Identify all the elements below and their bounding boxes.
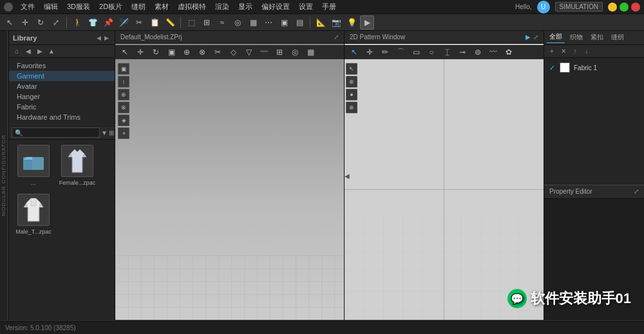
- 2d-vp-btn3[interactable]: ●: [346, 89, 357, 100]
- 2d-vp-btn4[interactable]: ⊗: [346, 102, 357, 113]
- arrange-tool[interactable]: ⬚: [184, 15, 198, 30]
- 2d-extra[interactable]: ✿: [502, 45, 516, 59]
- vp-view1[interactable]: ▣: [118, 63, 129, 75]
- obj-btn1[interactable]: +: [547, 46, 557, 57]
- obj-fabric-item[interactable]: ✓ Fabric 1: [547, 60, 641, 75]
- nav-favorites[interactable]: Favorites: [9, 60, 115, 71]
- menu-sewing[interactable]: 缝纫: [128, 1, 149, 12]
- nav-hardware[interactable]: Hardware and Trims: [9, 112, 115, 122]
- 2d-circle[interactable]: ○: [424, 45, 439, 59]
- physics-tool[interactable]: ⊞: [200, 15, 214, 30]
- menu-display[interactable]: 显示: [234, 1, 256, 12]
- 3d-pin[interactable]: ⊕: [180, 45, 194, 59]
- lib-up[interactable]: ▲: [46, 46, 57, 57]
- measure-tool[interactable]: 📐: [314, 15, 328, 30]
- render-btn[interactable]: ▶: [360, 15, 374, 30]
- 3d-seg[interactable]: ⊗: [195, 45, 209, 59]
- viewport-2d-icon[interactable]: ▶: [526, 33, 531, 41]
- 2d-elastic[interactable]: 〰: [486, 45, 500, 59]
- maximize-button[interactable]: [620, 3, 629, 12]
- viewport-2d-expand[interactable]: ⤢: [533, 33, 538, 41]
- minimize-button[interactable]: [608, 3, 617, 12]
- 2d-vp-btn2[interactable]: ⊕: [346, 76, 357, 88]
- 2d-stitch[interactable]: ⊸: [455, 45, 469, 59]
- 2d-rect[interactable]: ▭: [409, 45, 423, 59]
- obj-btn2[interactable]: ✕: [558, 46, 569, 57]
- tape-tool[interactable]: 📏: [163, 15, 177, 30]
- lib-home[interactable]: ⌂: [12, 46, 22, 57]
- nav-hanger[interactable]: Hanger: [9, 91, 115, 102]
- 3d-move[interactable]: ✛: [133, 45, 147, 59]
- trim-tool[interactable]: ▣: [277, 15, 291, 30]
- tab-fastener[interactable]: 紧扣: [588, 32, 606, 43]
- 2d-move[interactable]: ✛: [363, 45, 377, 59]
- user-avatar[interactable]: U: [537, 1, 550, 14]
- nav-garment[interactable]: Garment: [9, 71, 115, 81]
- menu-3d[interactable]: 3D服装: [63, 1, 94, 12]
- 3d-elastic[interactable]: 〰: [257, 45, 271, 59]
- gusset-tool[interactable]: ▤: [292, 15, 307, 30]
- move-tool[interactable]: ✛: [18, 15, 32, 30]
- menu-avatar[interactable]: 虚拟模特: [174, 1, 210, 12]
- tab-fabric[interactable]: 织物: [567, 32, 585, 43]
- needle-tool[interactable]: 🪡: [117, 15, 131, 30]
- 2d-sew[interactable]: ⊚: [471, 45, 485, 59]
- menu-edit[interactable]: 编辑: [40, 1, 62, 12]
- vp-view5[interactable]: ◈: [118, 115, 129, 126]
- light-tool[interactable]: 💡: [345, 15, 359, 30]
- 2d-draw[interactable]: ✏: [378, 45, 392, 59]
- 3d-extra1[interactable]: ⊞: [272, 45, 287, 59]
- 3d-cut[interactable]: ✂: [211, 45, 225, 59]
- vp-view4[interactable]: ⊗: [118, 102, 129, 113]
- list-item[interactable]: ...: [14, 145, 53, 186]
- property-editor-expand[interactable]: ⤢: [634, 188, 639, 195]
- menu-file[interactable]: 文件: [17, 1, 39, 12]
- lib-forward[interactable]: ▶: [35, 46, 45, 57]
- vp-view3[interactable]: ⊕: [118, 89, 129, 100]
- cut-tool[interactable]: ✂: [132, 15, 146, 30]
- vp-view6[interactable]: ⌖: [118, 127, 129, 139]
- elastic-tool[interactable]: ⋯: [261, 15, 276, 30]
- 3d-select[interactable]: ▣: [164, 45, 178, 59]
- search-icon[interactable]: ▼: [101, 127, 108, 138]
- avatar-tool[interactable]: 🚶: [70, 15, 84, 30]
- fold-tool[interactable]: 📋: [147, 15, 162, 30]
- panel-arrow-right[interactable]: ▶: [104, 35, 111, 41]
- button-tool[interactable]: ◎: [231, 15, 245, 30]
- select-tool[interactable]: ↖: [3, 15, 17, 30]
- menu-help[interactable]: 手册: [318, 1, 340, 12]
- 3d-shape[interactable]: ◇: [226, 45, 240, 59]
- menu-material[interactable]: 素材: [151, 1, 173, 12]
- list-item[interactable]: Male_T...zpac: [14, 194, 53, 235]
- library-search-input[interactable]: [12, 127, 100, 138]
- 2d-vp-btn1[interactable]: ↖: [346, 63, 357, 75]
- obj-color-swatch[interactable]: [560, 62, 570, 73]
- tab-all[interactable]: 全部: [547, 31, 565, 43]
- 2d-bezier[interactable]: ⌒: [393, 45, 408, 59]
- obj-btn4[interactable]: ↓: [582, 46, 592, 57]
- 3d-fold[interactable]: ▽: [242, 45, 256, 59]
- obj-btn3[interactable]: ↑: [570, 46, 580, 57]
- pin-tool[interactable]: 📌: [101, 15, 115, 30]
- zip-tool[interactable]: ▦: [246, 15, 260, 30]
- tab-sewing[interactable]: 缝纫: [609, 32, 627, 43]
- 3d-extra2[interactable]: ◎: [288, 45, 302, 59]
- camera-tool[interactable]: 📷: [329, 15, 343, 30]
- lib-back[interactable]: ◀: [23, 46, 33, 57]
- close-button[interactable]: [631, 3, 640, 12]
- wind-tool[interactable]: ≈: [215, 15, 229, 30]
- menu-prefs[interactable]: 偏好设置: [258, 1, 294, 12]
- rotate-tool[interactable]: ↻: [33, 15, 48, 30]
- vp-view2[interactable]: ↕: [118, 76, 129, 88]
- nav-fabric[interactable]: Fabric: [9, 102, 115, 112]
- garment-tool[interactable]: 👕: [86, 15, 100, 30]
- 2d-scroll-left[interactable]: ◀: [345, 172, 350, 179]
- 3d-rotate[interactable]: ↻: [149, 45, 163, 59]
- 2d-knife[interactable]: ⌶: [440, 45, 454, 59]
- list-item[interactable]: Female...zpac: [58, 145, 97, 186]
- menu-2d[interactable]: 2D板片: [95, 1, 126, 12]
- grid-view-btn[interactable]: ⊞: [109, 127, 114, 138]
- 3d-pointer[interactable]: ↖: [118, 45, 132, 59]
- menu-settings[interactable]: 设置: [295, 1, 317, 12]
- viewport-3d-expand[interactable]: ⤢: [334, 33, 339, 41]
